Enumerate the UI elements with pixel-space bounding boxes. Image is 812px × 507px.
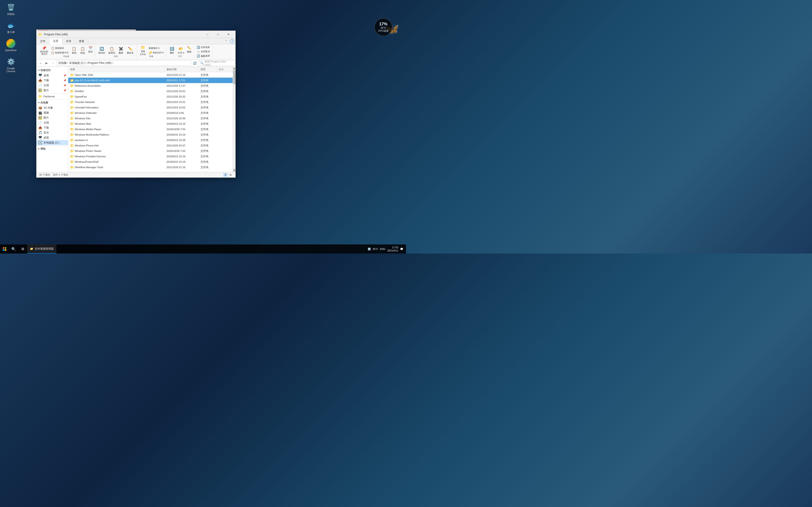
desktop-icon-speedfan[interactable]: ⚙️ Google Chrome	[2, 56, 20, 74]
forward-button[interactable]: ▶	[44, 60, 49, 66]
local-disk-label: 本地磁盘 (C:)	[44, 141, 59, 145]
quick-access-header[interactable]: ▾ 快速访问	[37, 68, 68, 73]
desktop-icon-ludashu[interactable]: 🐟 鲁大师	[2, 20, 20, 35]
taskbar-app-explorer[interactable]: 📁 文件资源管理器	[27, 244, 56, 253]
table-row[interactable]: 📁Windows Portable Devices2018/9/15 15:19…	[68, 154, 233, 159]
sidebar-item-pic[interactable]: 🖼️ 图片	[37, 115, 68, 120]
paste-shortcut-button[interactable]: 📋 粘贴快捷方式	[50, 51, 69, 55]
task-view-btn[interactable]: ⧉	[18, 244, 27, 253]
tray-lang[interactable]: ENG	[380, 247, 386, 250]
rename-button[interactable]: ✏️ 重命名	[125, 45, 135, 56]
taskbar-clock[interactable]: 17:52 2021/4/11	[387, 246, 398, 252]
tray-notifications[interactable]: ⬆️	[368, 247, 371, 250]
delete-button[interactable]: ✖️ 删除	[117, 45, 125, 56]
copy-to-button[interactable]: 📋 复制到	[107, 45, 116, 56]
maximize-button[interactable]: □	[213, 31, 223, 38]
start-button[interactable]	[0, 244, 9, 253]
table-row[interactable]: 📁Windows Phone Kits2021/3/29 20:47文件夹	[68, 143, 233, 148]
table-row[interactable]: 📁Windows Photo Viewer2018/10/30 7:02文件夹	[68, 148, 233, 154]
move-to-button[interactable]: ➡️ 移动到	[97, 45, 106, 56]
col-header-name[interactable]: 名称	[68, 67, 165, 72]
grid-view-btn[interactable]: ⊞	[228, 173, 233, 177]
close-button[interactable]: ✕	[223, 31, 234, 38]
svg-rect-3	[5, 249, 6, 251]
cut-button[interactable]: ✂️ 剪切	[87, 45, 94, 56]
file-size	[217, 134, 233, 135]
notification-center-btn[interactable]: 💬	[400, 247, 403, 250]
table-row[interactable]: 📁SpeedFan2021/3/26 20:32文件夹	[68, 94, 233, 99]
address-path[interactable]: 此电脑 › 本地磁盘 (C:) › Program Files (x86) ›	[56, 60, 191, 66]
sidebar-item-desktop[interactable]: 🖥️ 桌面 📌	[37, 73, 68, 78]
desktop-icon-chrome[interactable]: SpeedFan	[2, 38, 20, 53]
new-folder-button[interactable]: 📁 新建文件夹	[139, 45, 147, 56]
file-name: Windows Portable Devices	[75, 155, 106, 158]
document-label: 文档	[44, 121, 49, 124]
up-button[interactable]: ↑	[50, 60, 55, 66]
table-row[interactable]: 📁ShellDir2021/3/29 20:52文件夹	[68, 89, 233, 94]
table-row[interactable]: 📁WindowsPowerShell2018/9/15 15:19文件夹	[68, 159, 233, 165]
table-row[interactable]: 📁windows nt2018/9/15 15:28文件夹	[68, 137, 233, 143]
sidebar-item-ftpserver[interactable]: 📁 FtpServer	[37, 94, 68, 99]
sidebar-item-3d[interactable]: 📦 3D 对象	[37, 105, 68, 110]
status-bar: 40 个项目 选中 1 个项目 ☰ ⊞	[37, 172, 236, 177]
open-button[interactable]: 📂 打开 ▾	[176, 45, 186, 56]
table-row[interactable]: 📁php-8.0.3-nts-Win32-vs16-x642021/4/11 1…	[68, 78, 233, 83]
copy-button[interactable]: 📋 复制	[70, 45, 78, 56]
col-header-size[interactable]: 大小	[217, 67, 233, 72]
sidebar-item-document[interactable]: 📄 文档	[37, 120, 68, 125]
sidebar-item-download[interactable]: 📥 下载	[37, 125, 68, 130]
paste-button[interactable]: 📋 粘贴	[79, 45, 87, 56]
search-taskbar-btn[interactable]: 🔍	[9, 244, 18, 253]
easy-access-button[interactable]: 🔑 轻松访问 ▾	[148, 51, 164, 55]
ribbon-help-btn[interactable]: ?	[230, 39, 235, 44]
table-row[interactable]: 📁Thunder Network2021/3/24 15:01文件夹	[68, 99, 233, 105]
table-row[interactable]: 📁Open XML SDK2021/3/29 21:16文件夹	[68, 72, 233, 78]
select-all-button[interactable]: ☑️ 全部选择	[196, 45, 211, 49]
search-box[interactable]: 🔍 搜索"Program Files (x86)"	[198, 60, 235, 66]
list-view-btn[interactable]: ☰	[223, 173, 228, 177]
table-row[interactable]: 📁Windows Mail2018/9/15 15:19文件夹	[68, 121, 233, 126]
refresh-button[interactable]: 🔄	[192, 60, 197, 66]
table-row[interactable]: 📁Uninstall Information2021/3/24 15:02文件夹	[68, 105, 233, 110]
table-row[interactable]: 📁Windows Kits2021/3/26 18:36文件夹	[68, 116, 233, 121]
scroll-up-btn[interactable]: ▲	[233, 67, 236, 70]
col-header-date[interactable]: 修改日期	[165, 67, 199, 72]
pin-to-quick-access-button[interactable]: 📌 固定到快速访问	[39, 45, 50, 56]
copy-path-button[interactable]: 📋 复制路径	[50, 46, 69, 50]
scroll-down-btn[interactable]: ▼	[233, 168, 236, 172]
this-pc-header[interactable]: ▾ 此电脑	[37, 100, 68, 105]
table-row[interactable]: 📁Workflow Manager Tools2021/3/29 21:16文件…	[68, 165, 233, 170]
delete-icon: ✖️	[119, 47, 123, 51]
table-row[interactable]: 📁Windows Media Player2018/10/30 7:02文件夹	[68, 126, 233, 132]
deselect-all-button[interactable]: ◻️ 全部取消	[196, 50, 211, 54]
tab-file[interactable]: 文件	[37, 38, 49, 44]
sidebar-item-video[interactable]: 🎬 视频	[37, 110, 68, 115]
minimize-button[interactable]: ─	[202, 31, 213, 38]
chrome-icon	[6, 39, 15, 48]
sidebar-item-pictures[interactable]: 🖼️ 图片 📌	[37, 88, 68, 93]
desktop-icon-recycle-bin[interactable]: 🗑️ 回收站	[2, 2, 20, 16]
properties-button[interactable]: ℹ️ 属性	[168, 45, 176, 56]
table-row[interactable]: 📁Windows Multimedia Platform2018/9/15 15…	[68, 132, 233, 137]
table-row[interactable]: 📁Windows Defender2018/9/16 0:05文件夹	[68, 110, 233, 116]
network-header[interactable]: ▸ 网络	[37, 146, 68, 152]
new-item-button[interactable]: 新建项目 ▾	[148, 46, 164, 50]
sidebar-item-music[interactable]: 🎵 音乐	[37, 130, 68, 135]
tab-share[interactable]: 共享	[62, 38, 75, 44]
scroll-thumb[interactable]	[233, 71, 236, 84]
tab-view[interactable]: 查看	[75, 38, 88, 44]
file-name: Windows Media Player	[75, 128, 101, 130]
col-header-type[interactable]: 类型	[199, 67, 217, 72]
sidebar-item-docs[interactable]: 📄 文档 📌	[37, 83, 68, 88]
ribbon-collapse-btn[interactable]: ⌃	[223, 38, 229, 44]
table-row[interactable]: 📁Reference Assemblies2021/3/26 17:37文件夹	[68, 83, 233, 89]
sidebar-item-downloads[interactable]: 📥 下载 📌	[37, 78, 68, 83]
edit-button[interactable]: ✏️ 编辑	[186, 45, 192, 56]
file-size	[217, 129, 233, 130]
back-button[interactable]: ◀	[37, 60, 43, 66]
vertical-scrollbar[interactable]: ▲ ▼	[233, 67, 236, 172]
tab-home[interactable]: 主页	[49, 38, 62, 44]
sidebar-item-desktop2[interactable]: 🖥️ 桌面	[37, 135, 68, 140]
edit-icon: ✏️	[187, 46, 191, 50]
sidebar-item-local-disk[interactable]: 💽 本地磁盘 (C:)	[37, 140, 68, 145]
